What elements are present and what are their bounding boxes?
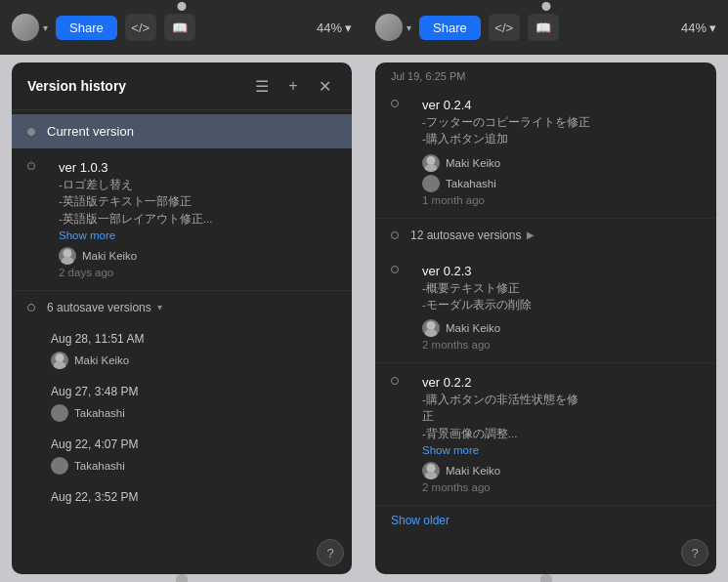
version-dot-1 — [27, 162, 35, 170]
autosave-author-2: Takahashi — [74, 407, 125, 419]
share-button[interactable]: Share — [56, 16, 117, 40]
autosave-item-3[interactable]: Aug 22, 4:07 PM Takahashi — [12, 430, 352, 482]
vh-content: Current version ver 1.0.3 -ロゴ差し替え -英語版テキ… — [12, 110, 352, 574]
autosave-avatar-1 — [51, 352, 68, 369]
zoom-label: 44% — [317, 21, 342, 35]
right-author-avatar-024-2 — [422, 175, 440, 192]
autosave-meta-3: Takahashi — [51, 457, 336, 475]
right-version-row-024: ver 0.2.4 -フッターのコピーライトを修正 -購入ボタン追加 Maki … — [391, 98, 701, 206]
author-name-1: Maki Keiko — [82, 250, 137, 262]
right-version-desc-023: -概要テキスト修正 -モーダル表示の削除 — [422, 280, 701, 314]
book-icon: 📖 — [172, 21, 188, 35]
right-autosave-label-text: 12 autosave versions — [410, 229, 521, 242]
version-row-1: ver 1.0.3 -ロゴ差し替え -英語版テキスト一部修正 -英語版一部レイア… — [27, 160, 336, 278]
version-desc-line-3: -英語版一部レイアウト修正... — [59, 213, 212, 225]
autosave-date-4: Aug 22, 3:52 PM — [51, 490, 336, 504]
zoom-control[interactable]: 44% ▾ — [317, 21, 352, 35]
version-desc-line-1: -ロゴ差し替え — [59, 179, 133, 190]
zoom-control-right[interactable]: 44% ▾ — [681, 21, 716, 35]
right-desc-024-1: -フッターのコピーライトを修正 — [422, 116, 590, 128]
book-icon-right: 📖 — [535, 21, 551, 35]
version-entry-1: ver 1.0.3 -ロゴ差し替え -英語版テキスト一部修正 -英語版一部レイア… — [12, 148, 352, 291]
show-older-link[interactable]: Show older — [375, 506, 716, 539]
right-desc-022-1: -購入ボタンの非活性状態を修 — [422, 394, 578, 405]
right-version-time-024: 1 month ago — [422, 194, 701, 206]
right-autosave-header-row[interactable]: 12 autosave versions ▶ — [375, 219, 716, 252]
right-author-avatar-022 — [422, 462, 440, 479]
current-version-dot — [27, 128, 35, 136]
share-button-right[interactable]: Share — [419, 16, 481, 40]
list-icon: ☰ — [255, 77, 269, 96]
right-version-dot-023 — [391, 266, 399, 273]
right-version-entry-022: ver 0.2.2 -購入ボタンの非活性状態を修 正 -背景画像の調整... S… — [375, 363, 716, 506]
autosave-avatar-3 — [51, 457, 68, 475]
code-icon-right: </> — [494, 21, 513, 35]
right-version-name-023: ver 0.2.3 — [422, 264, 701, 278]
help-icon-left: ? — [326, 546, 333, 561]
help-button-right[interactable]: ? — [681, 539, 708, 566]
vh-list-icon-button[interactable]: ☰ — [250, 74, 274, 98]
autosave-item-4[interactable]: Aug 22, 3:52 PM — [12, 482, 352, 515]
vh-title: Version history — [27, 78, 250, 94]
right-desc-022-2: 正 — [422, 410, 434, 422]
version-desc-1: -ロゴ差し替え -英語版テキスト一部修正 -英語版一部レイアウト修正... — [59, 177, 336, 228]
right-version-time-022: 2 months ago — [422, 481, 701, 493]
vh-header: Version history ☰ + ✕ — [12, 62, 352, 110]
right-version-dot-col-024 — [391, 98, 410, 107]
avatar[interactable] — [12, 14, 39, 41]
right-scroll-area: Jul 19, 6:25 PM ver 0.2.4 -フッターのコピーライトを修… — [375, 62, 716, 574]
version-name-1: ver 1.0.3 — [59, 160, 336, 175]
book-icon-button[interactable]: 📖 — [164, 14, 195, 41]
vh-header-icons: ☰ + ✕ — [250, 74, 336, 98]
code-icon-button-right[interactable]: </> — [489, 14, 520, 41]
version-info-1: ver 1.0.3 -ロゴ差し替え -英語版テキスト一部修正 -英語版一部レイア… — [59, 160, 336, 278]
help-button-left[interactable]: ? — [317, 539, 344, 566]
right-version-desc-022: -購入ボタンの非活性状態を修 正 -背景画像の調整... — [422, 392, 701, 442]
avatar-right[interactable] — [375, 14, 403, 41]
version-dot-col-1 — [27, 160, 47, 170]
autosave-date-1: Aug 28, 11:51 AM — [51, 332, 336, 346]
current-version-row[interactable]: Current version — [12, 114, 352, 148]
right-version-info-022: ver 0.2.2 -購入ボタンの非活性状態を修 正 -背景画像の調整... S… — [422, 375, 701, 493]
current-version-label: Current version — [47, 124, 134, 139]
autosave-header-row[interactable]: 6 autosave versions ▾ — [12, 291, 352, 324]
book-icon-button-right[interactable]: 📖 — [528, 14, 559, 41]
avatar-chevron-right-icon[interactable]: ▾ — [407, 22, 411, 33]
help-icon-right: ? — [691, 546, 698, 561]
right-version-entry-024: ver 0.2.4 -フッターのコピーライトを修正 -購入ボタン追加 Maki … — [375, 86, 716, 219]
right-author-name-022: Maki Keiko — [446, 465, 500, 477]
autosave-meta-2: Takahashi — [51, 404, 336, 422]
right-date-header: Jul 19, 6:25 PM — [375, 62, 716, 86]
version-desc-line-2: -英語版テキスト一部修正 — [59, 195, 192, 207]
autosave-date-2: Aug 27, 3:48 PM — [51, 385, 336, 398]
right-version-info-024: ver 0.2.4 -フッターのコピーライトを修正 -購入ボタン追加 Maki … — [422, 98, 701, 206]
autosave-item-1[interactable]: Aug 28, 11:51 AM Maki Keiko — [12, 324, 352, 377]
avatar-chevron-icon[interactable]: ▾ — [43, 22, 48, 33]
show-more-link-1[interactable]: Show more — [59, 229, 336, 241]
right-author-avatar-023 — [422, 319, 440, 337]
right-desc-024-2: -購入ボタン追加 — [422, 133, 508, 145]
right-version-row-023: ver 0.2.3 -概要テキスト修正 -モーダル表示の削除 Maki Keik… — [391, 264, 701, 352]
code-icon-button[interactable]: </> — [125, 14, 156, 41]
autosave-item-2[interactable]: Aug 27, 3:48 PM Takahashi — [12, 377, 352, 430]
author-avatar-1 — [59, 247, 76, 265]
add-icon: + — [288, 77, 297, 95]
right-author-avatar-024-1 — [422, 154, 440, 172]
vh-add-icon-button[interactable]: + — [281, 74, 305, 98]
right-panel: ▾ Share </> 📖 44% ▾ Jul 19, 6:25 PM — [364, 0, 728, 582]
topbar-right: ▾ Share </> 📖 44% ▾ — [364, 0, 728, 55]
right-autosave-arrow-icon: ▶ — [527, 229, 535, 240]
right-version-desc-024: -フッターのコピーライトを修正 -購入ボタン追加 — [422, 114, 701, 148]
zoom-chevron-right-icon: ▾ — [709, 21, 716, 35]
right-desc-023-2: -モーダル表示の削除 — [422, 299, 532, 311]
zoom-label-right: 44% — [681, 21, 707, 35]
autosave-avatar-2 — [51, 404, 68, 422]
right-version-name-024: ver 0.2.4 — [422, 98, 701, 112]
show-more-link-022[interactable]: Show more — [422, 444, 701, 456]
autosave-author-3: Takahashi — [74, 460, 125, 472]
right-author-name-024-2: Takahashi — [446, 178, 496, 189]
vh-close-icon-button[interactable]: ✕ — [313, 74, 336, 98]
right-vh-panel: Jul 19, 6:25 PM ver 0.2.4 -フッターのコピーライトを修… — [375, 62, 716, 574]
right-version-meta-024: Maki Keiko — [422, 154, 701, 172]
autosave-label-text: 6 autosave versions — [47, 301, 151, 314]
